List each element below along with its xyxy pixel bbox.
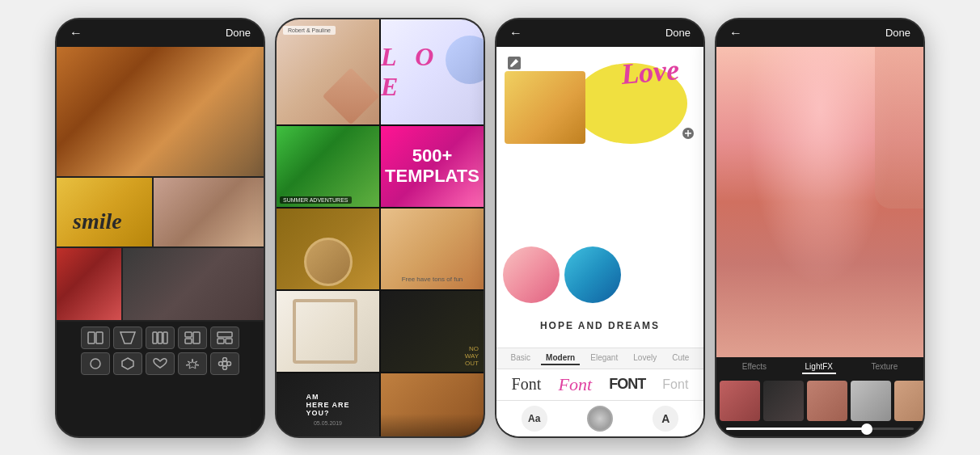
effects-tab-texture[interactable]: Texture <box>868 360 901 374</box>
effects-tabs: Effects LightFX Texture <box>716 357 923 377</box>
font-align-tool[interactable]: A <box>653 406 678 432</box>
phone3-back-button[interactable]: ← <box>509 26 522 40</box>
collage-photo-4[interactable] <box>57 248 121 320</box>
svg-rect-11 <box>226 339 232 343</box>
phone3-content: Love HOPE AND DREAMS <box>496 47 703 436</box>
phone4-back-button[interactable]: ← <box>729 26 742 40</box>
layout-btn-circle[interactable] <box>81 352 110 375</box>
svg-rect-1 <box>96 332 103 343</box>
templates-grid: Robert & Pauline L O V E SUMMER ADVENTUR… <box>277 19 484 438</box>
phone-4: ← Done Effects LightFX Texture <box>715 18 925 438</box>
layout-btn-burst[interactable] <box>178 352 207 375</box>
effects-slider-container <box>716 424 923 436</box>
layout-controls <box>57 322 264 380</box>
phone4-content: Effects LightFX Texture <box>716 47 923 436</box>
phone4-done-button[interactable]: Done <box>885 27 910 39</box>
effects-slider-track[interactable] <box>726 428 914 430</box>
phone3-done-button[interactable]: Done <box>665 27 691 39</box>
font-option-serif[interactable]: Font <box>512 375 542 394</box>
template-4-text: 500+TEMPLATS <box>385 146 479 185</box>
collage-area: smile <box>57 47 264 322</box>
font-option-light[interactable]: Font <box>662 377 688 392</box>
layout-btn-3[interactable] <box>146 327 175 349</box>
effect-thumb-4[interactable] <box>851 381 891 421</box>
svg-rect-5 <box>163 332 167 343</box>
svg-marker-13 <box>122 358 133 369</box>
canvas-love-text[interactable]: Love <box>619 52 680 91</box>
font-size-tool[interactable]: Aa <box>522 406 547 432</box>
layout-btn-1[interactable] <box>81 327 110 349</box>
collage-photo-1[interactable] <box>57 47 264 176</box>
svg-point-17 <box>219 361 223 365</box>
svg-rect-7 <box>193 332 200 343</box>
layout-row-2 <box>63 352 257 375</box>
phone1-done-button[interactable]: Done <box>226 27 251 39</box>
template-9[interactable]: AMHERE AREYOU? 05.05.2019 <box>277 373 379 438</box>
layout-row-1 <box>63 327 257 349</box>
template-3[interactable]: SUMMER ADVENTURES <box>277 126 379 207</box>
collage-photo-3[interactable] <box>154 178 264 246</box>
effects-thumbnails <box>716 377 923 424</box>
layout-btn-heart[interactable] <box>146 352 175 375</box>
layout-btn-flower[interactable] <box>210 352 239 375</box>
template-8[interactable]: NOWAYOUT <box>381 291 484 372</box>
smile-text: smile <box>73 209 122 234</box>
canvas-main-photo[interactable] <box>505 71 585 144</box>
template-4[interactable]: 500+TEMPLATS <box>381 126 484 207</box>
phone-1: ← Done smile <box>55 18 265 438</box>
canvas-area[interactable]: Love HOPE AND DREAMS <box>496 47 703 348</box>
building-overlay <box>875 47 923 209</box>
svg-point-15 <box>223 357 227 361</box>
phone-2: Robert & Pauline L O V E SUMMER ADVENTUR… <box>275 18 485 438</box>
font-tab-modern[interactable]: Modern <box>541 352 580 365</box>
font-tab-elegant[interactable]: Elegant <box>585 352 623 365</box>
effect-thumb-2[interactable] <box>763 381 804 421</box>
edit-handle-icon[interactable] <box>508 57 521 70</box>
font-options: Font Font FONT Font <box>496 369 703 400</box>
font-tabs: Basic Modern Elegant Lovely Cute <box>496 348 703 369</box>
effect-thumb-3[interactable] <box>807 381 847 421</box>
font-color-tool[interactable] <box>587 406 613 432</box>
font-option-bold[interactable]: FONT <box>609 376 645 393</box>
effects-tab-lightfx[interactable]: LightFX <box>802 360 836 374</box>
template-5[interactable] <box>277 209 379 289</box>
svg-rect-3 <box>153 332 157 343</box>
phone1-back-button[interactable]: ← <box>70 26 82 40</box>
font-option-script[interactable]: Font <box>558 374 592 395</box>
layout-btn-4[interactable] <box>178 327 207 349</box>
layout-btn-2[interactable] <box>113 327 142 349</box>
template-2[interactable]: L O V E <box>381 19 484 124</box>
phones-container: ← Done smile <box>39 2 941 454</box>
effects-slider-fill <box>726 428 867 430</box>
svg-point-16 <box>223 365 227 369</box>
template-10[interactable] <box>381 373 484 438</box>
effects-tab-effects[interactable]: Effects <box>739 360 770 374</box>
canvas-circle-1[interactable] <box>503 246 560 303</box>
phone1-content: smile <box>57 47 264 436</box>
effect-thumb-5[interactable] <box>894 381 923 421</box>
template-6[interactable]: Free have tons of fun <box>381 209 484 289</box>
font-tab-cute[interactable]: Cute <box>667 352 694 365</box>
layout-btn-5[interactable] <box>210 327 239 349</box>
layout-btn-hexagon[interactable] <box>113 352 142 375</box>
effects-slider-thumb[interactable] <box>861 423 872 435</box>
svg-rect-10 <box>218 339 224 343</box>
collage-photo-5[interactable] <box>123 248 264 320</box>
svg-rect-0 <box>88 332 95 343</box>
svg-point-18 <box>227 361 231 365</box>
font-tab-lovely[interactable]: Lovely <box>628 352 661 365</box>
canvas-circle-2[interactable] <box>564 246 621 303</box>
template-1[interactable]: Robert & Pauline <box>277 19 379 124</box>
canvas-circles <box>503 246 621 303</box>
phone-3: ← Done Love HOPE AND DREAMS <box>495 18 705 438</box>
svg-rect-6 <box>185 332 192 337</box>
template-7[interactable] <box>277 291 379 372</box>
collage-photo-2[interactable]: smile <box>57 178 152 246</box>
effect-thumb-1[interactable] <box>720 381 760 421</box>
move-handle-icon[interactable] <box>682 128 694 139</box>
svg-point-12 <box>91 359 100 369</box>
main-photo <box>716 47 923 357</box>
svg-rect-4 <box>158 332 163 343</box>
font-tab-basic[interactable]: Basic <box>506 352 535 365</box>
svg-rect-8 <box>185 339 192 343</box>
